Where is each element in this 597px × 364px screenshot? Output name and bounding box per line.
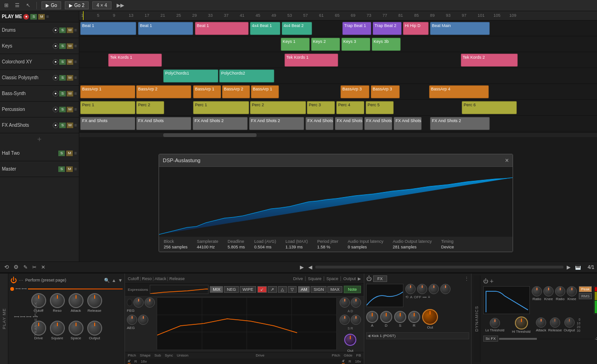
- clip-teknords1-a[interactable]: Tek Kords 1: [108, 54, 162, 67]
- scroll-right-icon[interactable]: ▶: [565, 264, 572, 270]
- rms-button[interactable]: RMS: [579, 293, 592, 299]
- classic-poly-mute[interactable]: M: [67, 75, 73, 81]
- fx-shots-record[interactable]: ●: [53, 123, 58, 128]
- clip-fxshots2-a[interactable]: FX And Shots 2: [193, 117, 248, 130]
- dynamics-add-icon[interactable]: +: [490, 277, 493, 285]
- clip-fxshots5[interactable]: FX And Shots: [364, 117, 392, 130]
- bass-synth-mute[interactable]: M: [67, 91, 73, 96]
- hall-two-solo[interactable]: S: [58, 151, 65, 156]
- colorchord-record[interactable]: ●: [53, 59, 58, 65]
- wipe-button[interactable]: WIPE: [240, 286, 256, 293]
- knee2-knob[interactable]: [567, 286, 577, 296]
- osc-knob2[interactable]: [145, 297, 155, 308]
- route-btn[interactable]: ⟷: [15, 287, 21, 291]
- master-solo[interactable]: S: [58, 166, 65, 172]
- arrow1-btn[interactable]: ↙: [257, 286, 267, 293]
- clip-fxshots3[interactable]: FX And Shots: [305, 117, 333, 130]
- add-track-button[interactable]: +: [0, 133, 79, 145]
- am-button[interactable]: AM: [298, 286, 310, 293]
- attack-knob[interactable]: [69, 293, 83, 308]
- aeg-knob2[interactable]: [138, 315, 148, 325]
- percussion-mute[interactable]: M: [67, 107, 73, 112]
- release-knob[interactable]: [87, 293, 102, 308]
- attack-dyn-knob[interactable]: [536, 317, 546, 328]
- clip-bassarp1-a[interactable]: BassArp 1: [80, 85, 135, 98]
- fx-button[interactable]: FX: [373, 275, 387, 282]
- clip-fxshots2-c[interactable]: FX And Shots 2: [430, 117, 490, 130]
- clip-fxshots4[interactable]: FX And Shots: [335, 117, 363, 130]
- pencil-icon[interactable]: ✎: [22, 264, 29, 270]
- output-dyn-knob[interactable]: [564, 317, 575, 328]
- fx-knob4[interactable]: [440, 284, 451, 294]
- arrow3-btn[interactable]: △: [278, 286, 287, 293]
- clip-teknords1-b[interactable]: Tek Kords 1: [285, 54, 338, 67]
- fx-shots-solo[interactable]: S: [59, 123, 66, 128]
- fx-knob2[interactable]: [417, 284, 427, 294]
- scroll-left-icon[interactable]: ◀: [307, 264, 313, 270]
- classic-poly-record[interactable]: ●: [53, 75, 58, 81]
- clip-keys4[interactable]: Keys 3b: [372, 38, 401, 51]
- clip-keys1[interactable]: Keys 1: [281, 38, 310, 51]
- output-knob[interactable]: [87, 321, 102, 336]
- s-knob[interactable]: [340, 315, 350, 325]
- settings-icon[interactable]: ⚙: [12, 264, 20, 270]
- drums-solo[interactable]: S: [59, 27, 66, 33]
- arrow-up-icon[interactable]: ▲: [111, 278, 116, 283]
- bass-synth-solo[interactable]: S: [59, 91, 66, 96]
- reso-knob[interactable]: [50, 293, 65, 308]
- arrow2-btn[interactable]: ↗: [268, 286, 277, 293]
- play-button[interactable]: ▶ Go: [42, 1, 61, 9]
- clip-bassarp3-a[interactable]: BassArp 3: [340, 85, 369, 98]
- clip-beat1-c[interactable]: Beat 1: [195, 22, 249, 35]
- forward-icon[interactable]: ▶▶: [115, 2, 125, 8]
- record-button[interactable]: ●: [23, 14, 29, 20]
- search-icon[interactable]: 🔍: [104, 278, 110, 283]
- clip-perc1-a[interactable]: Perc 1: [80, 101, 135, 114]
- space-knob[interactable]: [69, 321, 83, 336]
- fx-knob1[interactable]: [405, 284, 416, 294]
- clip-beat1-b[interactable]: Beat 1: [138, 22, 193, 35]
- fx-toggle[interactable]: ⟲: [405, 295, 409, 299]
- clip-perc2-b[interactable]: Perc 2: [250, 101, 306, 114]
- menu-icon[interactable]: ☰: [14, 2, 21, 8]
- power-icon[interactable]: ⏻: [10, 276, 17, 284]
- ratio2-knob[interactable]: [555, 286, 565, 296]
- drive-knob[interactable]: [31, 321, 46, 336]
- cutoff-knob[interactable]: [31, 293, 46, 308]
- scroll-bar-transport[interactable]: [315, 266, 563, 268]
- loop-icon[interactable]: ⟲: [3, 264, 10, 270]
- h-scrollbar[interactable]: [79, 132, 597, 137]
- clip-bassarp4[interactable]: BassArp 4: [429, 85, 489, 98]
- arrow-down-icon[interactable]: ▼: [118, 278, 123, 283]
- neg-button[interactable]: NEG: [224, 286, 239, 293]
- keys-record[interactable]: ●: [53, 43, 58, 49]
- kick-selector[interactable]: ◀ Kick 1 (POST): [366, 332, 469, 339]
- dynamics-power-icon[interactable]: ⏻: [483, 278, 488, 284]
- clip-perc1-b[interactable]: Perc 1: [193, 101, 249, 114]
- clip-keys2[interactable]: Keys 2: [311, 38, 340, 51]
- play2-button[interactable]: ▶ Go 2: [65, 1, 89, 9]
- hall-two-mute[interactable]: M: [66, 151, 73, 156]
- hi-threshold-knob[interactable]: [515, 316, 528, 330]
- r-knob[interactable]: [351, 315, 361, 325]
- fx-s-knob[interactable]: [394, 311, 406, 323]
- d-knob[interactable]: [351, 297, 361, 308]
- clip-4x4beat2[interactable]: 4x4 Beat 2: [282, 22, 312, 35]
- clip-fxshots2-b[interactable]: FX And Shots 2: [249, 117, 304, 130]
- keys-solo[interactable]: S: [59, 43, 66, 49]
- midi-icon[interactable]: 🎹: [574, 265, 582, 270]
- release-dyn-knob[interactable]: [550, 317, 560, 328]
- dsp-modal-close-button[interactable]: ×: [505, 157, 509, 164]
- bass-synth-record[interactable]: ●: [53, 91, 58, 96]
- osc-toggle[interactable]: [127, 299, 132, 306]
- ratio1-knob[interactable]: [532, 286, 542, 296]
- clip-perc4[interactable]: Perc 4: [336, 101, 364, 114]
- osc-knob1[interactable]: [133, 297, 144, 308]
- fx-shots-mute[interactable]: M: [67, 123, 73, 128]
- clip-beat1-a[interactable]: Beat 1: [80, 22, 136, 35]
- play-transport-icon[interactable]: ▶: [298, 264, 305, 270]
- arrow4-btn[interactable]: ▽: [288, 286, 297, 293]
- keys-mute[interactable]: M: [67, 43, 73, 49]
- lo-threshold-knob[interactable]: [490, 318, 500, 328]
- clip-bassarp1-b[interactable]: BassArp 1: [193, 85, 221, 98]
